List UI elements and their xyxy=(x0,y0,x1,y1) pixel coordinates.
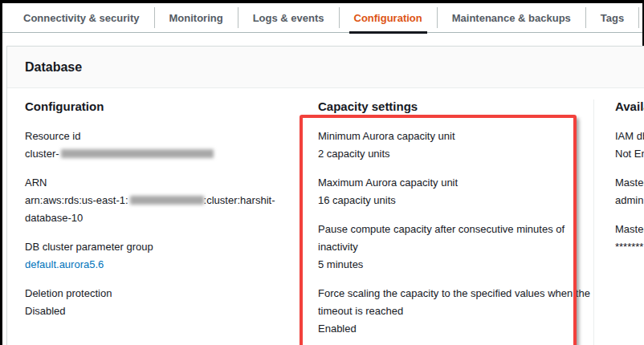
field-label: Maximum Aurora capacity unit xyxy=(318,174,591,192)
field-label: IAM db a xyxy=(615,128,644,145)
field-iam-db-authentication: IAM db a Not Ena xyxy=(615,128,644,163)
column-title-capacity-settings: Capacity settings xyxy=(318,99,591,113)
field-resource-id: Resource id cluster- xyxy=(25,128,281,163)
tab-bar: Connectivity & security Monitoring Logs … xyxy=(2,3,644,33)
column-title-configuration: Configuration xyxy=(25,99,281,113)
capacity-settings-column: Capacity settings Minimum Aurora capacit… xyxy=(300,99,593,345)
field-label: Deletion protection xyxy=(25,285,281,302)
tab-label: Tags xyxy=(601,12,624,24)
field-label: Master u xyxy=(615,174,644,192)
field-value: 16 capacity units xyxy=(318,192,591,209)
content-area: Database Configuration Resource id clust… xyxy=(2,33,644,345)
database-panel-header: Database xyxy=(7,47,644,88)
tab-tags[interactable]: Tags xyxy=(586,7,639,28)
field-max-acu: Maximum Aurora capacity unit 16 capacity… xyxy=(318,174,591,209)
field-force-scaling: Force scaling the capacity to the specif… xyxy=(318,285,591,338)
tab-label: Logs & events xyxy=(253,12,324,24)
field-value: Not Ena xyxy=(615,145,644,163)
field-master-username: Master u admin xyxy=(615,174,644,209)
field-value: arn:aws:rds:us-east-1::cluster:harshit-d… xyxy=(25,192,281,227)
tab-label: Connectivity & security xyxy=(23,12,140,24)
tab-configuration[interactable]: Configuration xyxy=(340,7,438,28)
field-master-password: Master p ******* xyxy=(615,221,644,256)
tab-label: Monitoring xyxy=(169,12,223,24)
field-label: Minimum Aurora capacity unit xyxy=(318,128,591,145)
field-value: 2 capacity units xyxy=(318,145,591,163)
field-value: Disabled xyxy=(25,302,281,320)
field-label: DB cluster parameter group xyxy=(25,238,281,256)
availability-column: Availa IAM db a Not Ena Master u admin M… xyxy=(593,99,644,345)
field-label: Force scaling the capacity to the specif… xyxy=(318,285,591,320)
redacted-resource-id xyxy=(61,149,214,158)
field-label: ARN xyxy=(25,174,281,192)
parameter-group-link[interactable]: default.aurora5.6 xyxy=(25,258,104,270)
field-db-cluster-parameter-group: DB cluster parameter group default.auror… xyxy=(25,238,281,274)
column-title-availability: Availa xyxy=(615,99,644,113)
field-label: Resource id xyxy=(25,128,281,145)
field-value: cluster- xyxy=(25,145,281,163)
tab-monitoring[interactable]: Monitoring xyxy=(155,7,238,28)
field-min-acu: Minimum Aurora capacity unit 2 capacity … xyxy=(318,128,591,163)
field-label: Pause compute capacity after consecutive… xyxy=(318,221,591,256)
field-deletion-protection: Deletion protection Disabled xyxy=(25,285,281,320)
tab-label: Maintenance & backups xyxy=(452,12,571,24)
field-label: Master p xyxy=(615,221,644,238)
redacted-account-id xyxy=(130,196,204,205)
tab-logs-events[interactable]: Logs & events xyxy=(238,7,340,28)
resource-id-prefix: cluster- xyxy=(25,148,59,160)
arn-prefix: arn:aws:rds:us-east-1: xyxy=(25,194,128,206)
database-panel: Database Configuration Resource id clust… xyxy=(6,46,644,345)
tab-maintenance-backups[interactable]: Maintenance & backups xyxy=(438,7,586,28)
field-value: Enabled xyxy=(318,320,591,338)
field-arn: ARN arn:aws:rds:us-east-1::cluster:harsh… xyxy=(25,174,281,227)
database-panel-body: Configuration Resource id cluster- ARN a… xyxy=(7,88,644,345)
field-value: ******* xyxy=(615,238,644,256)
tab-connectivity-security[interactable]: Connectivity & security xyxy=(9,7,155,28)
field-pause-compute-capacity: Pause compute capacity after consecutive… xyxy=(318,221,591,274)
field-value: admin xyxy=(615,192,644,209)
configuration-column: Configuration Resource id cluster- ARN a… xyxy=(7,99,300,345)
panel-title: Database xyxy=(25,60,82,75)
rds-configuration-screen: Connectivity & security Monitoring Logs … xyxy=(0,0,644,345)
field-value: 5 minutes xyxy=(318,256,591,274)
field-value: default.aurora5.6 xyxy=(25,256,281,274)
tab-label: Configuration xyxy=(354,12,422,24)
